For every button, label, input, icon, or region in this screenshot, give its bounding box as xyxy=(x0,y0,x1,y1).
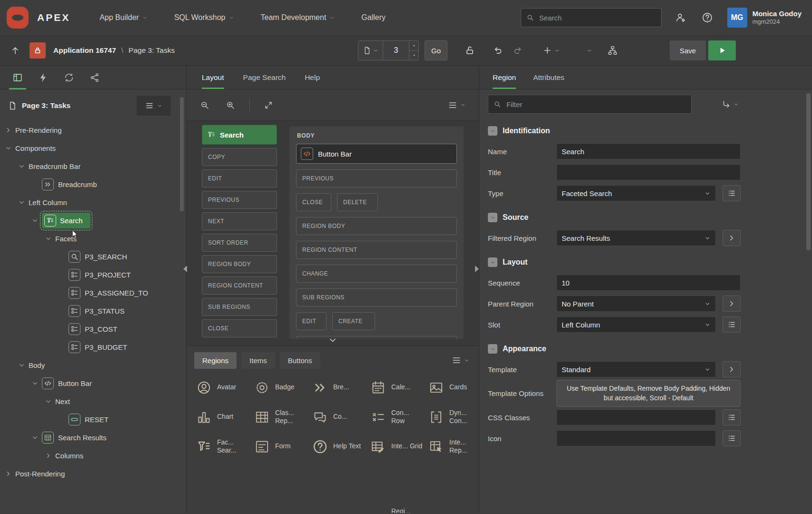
layout-slot-copy[interactable]: COPY xyxy=(202,148,277,166)
go-button[interactable]: Go xyxy=(425,40,447,60)
application-chip[interactable] xyxy=(30,42,46,59)
tab-page-search[interactable]: Page Search xyxy=(243,66,286,89)
layout-slot-region-content[interactable]: REGION CONTENT xyxy=(202,277,277,295)
filtered-region-select[interactable]: Search Results xyxy=(556,230,716,246)
tree-item-p3-cost[interactable]: P3_COST xyxy=(0,320,186,338)
template-select[interactable]: Standard xyxy=(556,361,716,377)
global-search-input[interactable] xyxy=(538,13,656,22)
collapse-appearance-button[interactable] xyxy=(488,344,497,354)
panel-scrollbar[interactable] xyxy=(806,93,811,250)
filtered-region-quickpick-button[interactable] xyxy=(723,230,741,246)
collapse-left-splitter[interactable] xyxy=(183,266,187,272)
slot-select[interactable]: Left Column xyxy=(556,316,716,333)
page-finder-button[interactable] xyxy=(358,41,383,60)
property-filter-input[interactable] xyxy=(505,100,686,109)
css-classes-lov-button[interactable] xyxy=(723,409,741,425)
tree-item-facets[interactable]: Facets xyxy=(0,229,186,247)
global-search[interactable] xyxy=(521,8,662,27)
zoom-in-button[interactable] xyxy=(224,99,237,112)
layout-slot-change[interactable]: CHANGE xyxy=(296,265,457,283)
layout-slot-previous[interactable]: PREVIOUS xyxy=(296,169,457,188)
tree-item-reset[interactable]: RESET xyxy=(0,410,186,428)
tab-layout[interactable]: Layout xyxy=(202,66,224,89)
layout-slot-sort-order[interactable]: SORT ORDER xyxy=(202,234,277,252)
gallery-item-co[interactable]: Co... xyxy=(312,406,366,428)
gallery-item-badge[interactable]: Badge xyxy=(254,376,307,398)
parent-region-select[interactable]: No Parent xyxy=(556,296,716,312)
tree-item-p3-assigned-to[interactable]: P3_ASSIGNED_TO xyxy=(0,284,186,302)
tree-item-p3-search[interactable]: P3_SEARCH xyxy=(0,247,186,266)
collapse-layout-button[interactable] xyxy=(488,257,497,267)
scroll-down-indicator[interactable] xyxy=(328,336,337,345)
collapse-source-button[interactable] xyxy=(488,213,497,222)
admin-button[interactable] xyxy=(673,10,688,25)
layout-slot-next[interactable]: NEXT xyxy=(202,212,277,230)
breadcrumb-application[interactable]: Application 16747 xyxy=(53,46,116,55)
gallery-item-inte-rep[interactable]: Inte... Rep... xyxy=(428,435,479,457)
tree-item-search[interactable]: Search xyxy=(0,211,186,229)
go-up-button[interactable] xyxy=(8,43,23,58)
tree-menu-button[interactable] xyxy=(137,96,171,116)
page-spinner-up[interactable] xyxy=(409,41,418,50)
collapse-right-splitter[interactable] xyxy=(475,266,479,272)
shared-components-button[interactable] xyxy=(604,42,621,59)
tree-item-pre-rendering[interactable]: Pre-Rendering xyxy=(0,121,186,139)
layout-slot-previous[interactable]: PREVIOUS xyxy=(202,191,277,209)
utilities-menu-button[interactable] xyxy=(572,43,595,58)
gallery-item-fac-sear[interactable]: Fac... Sear... xyxy=(196,435,249,457)
template-options-button[interactable]: Use Template Defaults, Remove Body Paddi… xyxy=(556,380,741,407)
gallery-item-form[interactable]: Form xyxy=(254,435,307,457)
nav-gallery[interactable]: Gallery xyxy=(361,13,386,22)
tree-item-components[interactable]: Components xyxy=(0,139,186,157)
type-select[interactable]: Faceted Search xyxy=(556,185,716,201)
layout-menu-button[interactable] xyxy=(446,99,467,112)
page-lock-button[interactable] xyxy=(462,42,478,59)
tree-item-next[interactable]: Next xyxy=(0,392,186,410)
tree-item-left-column[interactable]: Left Column xyxy=(0,193,186,211)
tree-item-body[interactable]: Body xyxy=(0,356,186,374)
tree-item-p3-budget[interactable]: P3_BUDGET xyxy=(0,338,186,356)
layout-slot-close[interactable]: CLOSE xyxy=(296,193,331,211)
user-avatar[interactable]: MG xyxy=(727,8,747,28)
zoom-out-button[interactable] xyxy=(198,99,211,112)
tree-item-post-rendering[interactable]: Post-Rendering xyxy=(0,465,186,483)
layout-slot-region-content[interactable]: REGION CONTENT xyxy=(296,241,457,259)
tree-item-breadcrumb-bar[interactable]: Breadcrumb Bar xyxy=(0,157,186,175)
template-quickpick-button[interactable] xyxy=(723,361,741,377)
go-to-group-button[interactable] xyxy=(720,98,741,111)
left-tab-processing-icon[interactable] xyxy=(56,66,82,89)
icon-input[interactable] xyxy=(556,430,716,446)
tab-region[interactable]: Region xyxy=(493,66,516,89)
help-button[interactable] xyxy=(700,10,715,25)
tree-item-breadcrumb[interactable]: Breadcrumb xyxy=(0,175,186,193)
gallery-item-avatar[interactable]: Avatar xyxy=(196,376,249,398)
gallery-tab-items[interactable]: Items xyxy=(241,352,275,369)
gallery-menu-button[interactable] xyxy=(450,354,471,367)
left-tab-lightning-icon[interactable] xyxy=(30,66,56,89)
left-tab-rendering-icon[interactable] xyxy=(5,66,30,89)
oracle-logo[interactable] xyxy=(7,7,29,29)
gallery-item-con-row[interactable]: Con... Row xyxy=(370,406,424,428)
parent-region-quickpick-button[interactable] xyxy=(723,296,741,312)
create-menu-button[interactable] xyxy=(540,43,563,58)
run-button[interactable] xyxy=(708,40,736,60)
icon-lov-button[interactable] xyxy=(723,430,741,446)
sequence-input[interactable] xyxy=(556,275,741,291)
layout-slot-close[interactable]: CLOSE xyxy=(202,319,277,337)
layout-slot-sub-regions[interactable]: SUB REGIONS xyxy=(296,288,457,306)
nav-app-builder[interactable]: App Builder xyxy=(99,13,148,22)
type-lov-button[interactable] xyxy=(723,185,741,201)
property-filter[interactable] xyxy=(488,95,692,114)
layout-slot-region-body[interactable]: REGION BODY xyxy=(296,217,457,235)
css-classes-input[interactable] xyxy=(556,409,716,425)
redo-button[interactable] xyxy=(509,42,525,59)
layout-slot-region-body[interactable]: REGION BODY xyxy=(202,255,277,273)
left-tab-shared-components-icon[interactable] xyxy=(82,66,108,89)
gallery-item-help-text[interactable]: Help Text xyxy=(312,435,366,457)
gallery-tab-regions[interactable]: Regions xyxy=(194,352,237,369)
layout-slot-delete[interactable]: DELETE xyxy=(337,193,378,211)
tab-help[interactable]: Help xyxy=(305,66,320,89)
gallery-item-dyn-con[interactable]: Dyn... Con... xyxy=(428,406,479,428)
tree-item-columns[interactable]: Columns xyxy=(0,446,186,465)
gallery-tab-buttons[interactable]: Buttons xyxy=(280,352,320,369)
